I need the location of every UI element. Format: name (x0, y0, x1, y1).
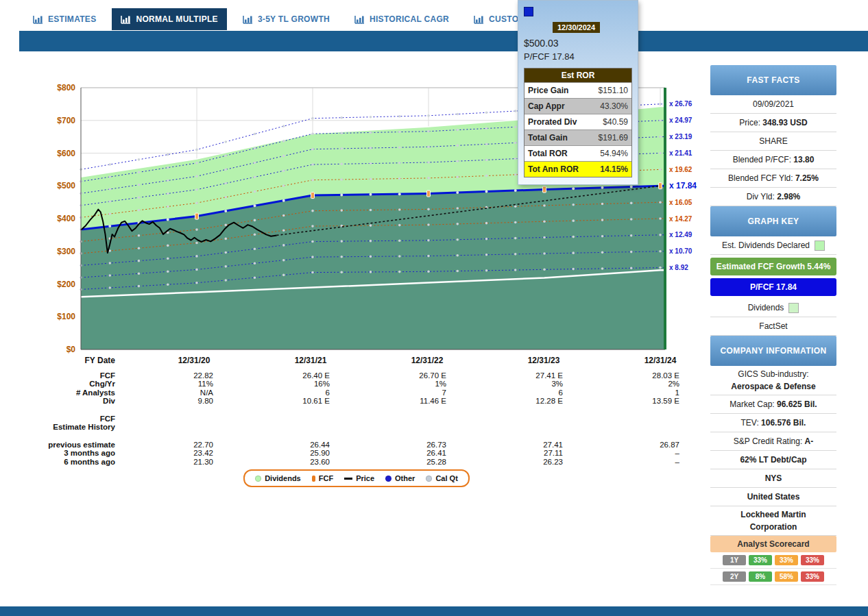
table-cell: 23.42 (136, 449, 252, 458)
table-cell: 6 (252, 389, 369, 397)
svg-text:$300: $300 (57, 247, 75, 256)
table-row-div: Div9.8010.61 E11.46 E12.28 E13.59 E (48, 397, 775, 406)
company-info-row: GICS Sub-industry:Aerospace & Defense (710, 366, 836, 395)
bar-chart-icon (121, 15, 131, 24)
tab-normal-multiple[interactable]: NORMAL MULTIPLE (112, 8, 226, 30)
fy-column-header: 12/31/21 (252, 356, 369, 365)
scorecard-cell: 33% (801, 555, 824, 565)
table-cell: 1 (602, 389, 719, 397)
scorecard-cell: 33% (749, 555, 772, 565)
dot-marker-icon (255, 476, 261, 482)
estimates-table: FY Date12/31/2012/31/2112/31/2212/31/231… (48, 356, 775, 466)
table-cell: 26.41 (369, 449, 485, 458)
scorecard-period-badge: 2Y (723, 571, 746, 582)
table-cell: 26.70 E (369, 371, 485, 380)
table-cell: 1% (369, 380, 485, 389)
scorecard-row-1y: 1Y33%33%33% (710, 552, 836, 569)
fast-facts-row: SHARE (710, 132, 836, 151)
tab-estimates[interactable]: ESTIMATES (24, 8, 105, 30)
graph-key-row: FactSet (710, 317, 836, 336)
svg-text:x 12.49: x 12.49 (669, 231, 692, 238)
chart-legend-wrap: DividendsFCFPriceOtherCal Qt (48, 469, 665, 487)
table-cell: – (602, 449, 719, 458)
legend-item-dividends[interactable]: Dividends (255, 474, 301, 482)
table-cell: 11% (136, 380, 252, 389)
tab-historical-cagr[interactable]: HISTORICAL CAGR (346, 8, 458, 30)
svg-text:x 26.76: x 26.76 (669, 100, 692, 108)
legend-item-cal-qt[interactable]: Cal Qt (426, 474, 457, 482)
sidebar: FAST FACTS 09/09/2021Price: 348.93 USDSH… (710, 65, 836, 585)
graph-key-row: Est. Dividends Declared (710, 236, 836, 255)
header-bar (19, 31, 868, 51)
table-cell: 11.46 E (369, 397, 485, 406)
legend-item-other[interactable]: Other (385, 474, 415, 482)
svg-text:x 24.97: x 24.97 (669, 116, 692, 124)
company-info-row: Market Cap: 96.625 Bil. (710, 395, 836, 414)
table-cell: 22.82 (136, 371, 252, 380)
tooltip-price: $500.03 (524, 38, 632, 49)
svg-text:$600: $600 (57, 149, 75, 158)
tab-label: HISTORICAL CAGR (370, 14, 449, 24)
tab-3-5y-tl-growth[interactable]: 3-5Y TL GROWTH (234, 8, 339, 30)
svg-text:$700: $700 (57, 116, 75, 125)
tooltip-table-header: Est ROR (525, 69, 631, 82)
legend-item-price[interactable]: Price (344, 474, 374, 482)
tooltip-row-cap-appr: Cap Appr43.30% (525, 98, 631, 114)
table-cell: 28.03 E (602, 371, 719, 380)
table-cell: 27.41 (485, 441, 602, 449)
graph-key-row: Estimated FCF Growth 5.44% (710, 258, 836, 275)
scorecard-cell: 8% (749, 571, 772, 582)
table-cell: 6 (485, 389, 602, 397)
table-cell: 26.40 E (252, 371, 369, 380)
bar-chart-icon (474, 15, 484, 24)
company-info-row: NYS (710, 469, 836, 488)
tooltip-date-badge: 12/30/2024 (553, 22, 600, 33)
company-info-row: 62% LT Debt/Cap (710, 451, 836, 469)
legend-label: Cal Qt (435, 474, 457, 482)
fast-facts-header: FAST FACTS (710, 65, 836, 95)
scorecard-row-2y: 2Y8%58%33% (710, 569, 836, 585)
fast-facts-row: Blended P/FCF: 13.80 (710, 151, 836, 169)
tab-bar: ESTIMATESNORMAL MULTIPLE3-5Y TL GROWTHHI… (24, 8, 535, 30)
table-cell: 3% (485, 380, 602, 389)
tooltip-multiple: P/FCF 17.84 (524, 51, 632, 62)
table-cell: 27.41 E (485, 371, 602, 380)
table-cell: 16% (252, 380, 369, 389)
fy-column-header: 12/31/23 (485, 356, 602, 365)
scorecard-cell: 58% (775, 571, 798, 582)
table-cell: 12.28 E (485, 397, 602, 406)
table-cell: 26.73 (369, 441, 485, 449)
svg-text:x 8.92: x 8.92 (669, 264, 688, 271)
color-swatch-icon (815, 241, 825, 251)
chart-legend: DividendsFCFPriceOtherCal Qt (243, 469, 470, 487)
svg-text:x 19.62: x 19.62 (669, 166, 692, 173)
svg-text:$0: $0 (67, 345, 76, 354)
dash-marker-icon (344, 478, 352, 480)
fast-facts-row: Price: 348.93 USD (710, 114, 836, 132)
table-cell: N/A (136, 389, 252, 397)
table-cell: 23.60 (252, 458, 369, 467)
fast-facts-row: Blended FCF Yld: 7.25% (710, 169, 836, 188)
chart-tooltip: 12/30/2024 $500.03 P/FCF 17.84 Est ROR P… (518, 0, 638, 185)
svg-text:$500: $500 (57, 181, 75, 190)
graph-key-row: P/FCF 17.84 (710, 278, 836, 296)
table-cell: 22.70 (136, 441, 252, 449)
table-cell: 9.80 (136, 397, 252, 406)
table-row-chg-yr: Chg/Yr11%16%1%3%2% (48, 380, 775, 389)
table-cell: – (602, 458, 719, 467)
fast-facts-row: Div Yld: 2.98% (710, 188, 836, 206)
legend-label: Other (395, 474, 415, 482)
fy-column-header: 12/31/24 (602, 356, 719, 365)
table-cell: 7 (369, 389, 485, 397)
svg-text:$100: $100 (57, 312, 75, 321)
svg-text:x 14.27: x 14.27 (669, 215, 692, 223)
footer-bar (0, 606, 868, 616)
fcf-estimate-history-label: FCFEstimate History (48, 415, 136, 432)
tab-label: ESTIMATES (48, 14, 96, 24)
scorecard-cell: 33% (801, 571, 824, 582)
legend-item-fcf[interactable]: FCF (312, 474, 333, 482)
dot-marker-icon (426, 476, 432, 482)
table-cell: 2% (602, 380, 719, 389)
legend-label: Price (356, 474, 374, 482)
bar-chart-icon (354, 15, 365, 24)
